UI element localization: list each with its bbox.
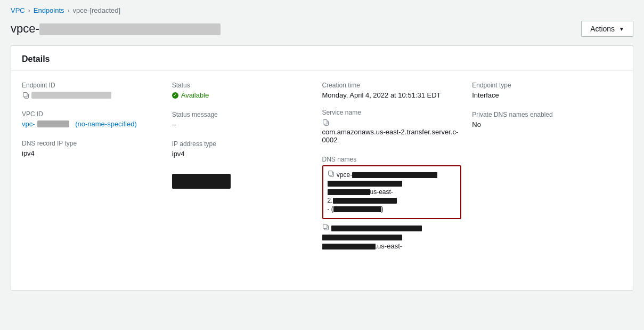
status-text: Available — [181, 91, 209, 99]
ip-address-value: ipv4 — [172, 150, 312, 158]
detail-col-4: Endpoint type Interface Private DNS name… — [472, 82, 622, 262]
actions-label: Actions — [590, 25, 615, 33]
dns1-redacted-5 — [333, 206, 381, 212]
service-name-text: com.amazonaws.us-east-2.transfer.server.… — [322, 128, 462, 144]
endpoint-type-value: Interface — [472, 91, 612, 99]
service-name-value: com.amazonaws.us-east-2.transfer.server.… — [322, 118, 462, 144]
endpoint-type-label: Endpoint type — [472, 82, 612, 89]
details-header: Details — [11, 46, 633, 71]
private-dns-field: Private DNS names enabled No — [472, 111, 612, 128]
ip-address-label: IP address type — [172, 140, 312, 148]
svg-rect-7 — [323, 224, 327, 229]
status-label: Status — [172, 82, 312, 89]
status-field: Status Available — [172, 82, 312, 99]
breadcrumb-endpoints[interactable]: Endpoints — [34, 6, 64, 14]
svg-rect-3 — [323, 119, 327, 124]
detail-col-1: Endpoint ID VPC ID vpc- (no-name-specifi — [22, 82, 172, 262]
endpoint-type-field: Endpoint type Interface — [472, 82, 612, 99]
breadcrumb-vpc[interactable]: VPC — [11, 6, 25, 14]
dns1-redacted-4 — [333, 198, 397, 204]
vpc-id-redacted — [37, 120, 69, 127]
dns-names-box: vpce- us-east- 2. - () — [322, 165, 462, 219]
endpoint-id-field: Endpoint ID — [22, 82, 161, 99]
detail-col-2: Status Available Status message – IP add… — [172, 82, 322, 262]
breadcrumb-sep-2: › — [68, 7, 70, 14]
dns-names-field: DNS names vpce- us-east- 2. — [322, 156, 462, 250]
service-name-field: Service name com.amazonaws.us-east-2.tra… — [322, 109, 462, 144]
dns1-redacted-2 — [328, 181, 402, 187]
page-header: vpce- Actions ▼ — [0, 19, 644, 45]
vpc-id-field: VPC ID vpc- (no-name-specified) — [22, 110, 161, 128]
private-dns-value: No — [472, 120, 612, 128]
creation-time-field: Creation time Monday, April 4, 2022 at 1… — [322, 82, 462, 99]
dns2-redacted-2 — [322, 235, 402, 240]
page-title-redacted — [39, 23, 221, 35]
actions-button[interactable]: Actions ▼ — [581, 21, 633, 37]
dns2-redacted-3 — [322, 244, 376, 249]
breadcrumb: VPC › Endpoints › vpce-[redacted] — [0, 0, 644, 19]
copy-icon-dns1[interactable] — [328, 170, 335, 177]
private-dns-label: Private DNS names enabled — [472, 111, 612, 118]
vpc-id-suffix: (no-name-specified) — [75, 120, 137, 128]
breadcrumb-current: vpce-[redacted] — [73, 6, 121, 14]
details-grid: Endpoint ID VPC ID vpc- (no-name-specifi — [11, 71, 633, 262]
page-title: vpce- — [11, 22, 221, 36]
endpoint-id-value — [22, 91, 161, 99]
dns-record-value: ipv4 — [22, 149, 161, 157]
status-available: Available — [172, 91, 209, 99]
ip-address-field: IP address type ipv4 — [172, 140, 312, 158]
dns-names-label: DNS names — [322, 156, 462, 163]
detail-col-3: Creation time Monday, April 4, 2022 at 1… — [322, 82, 472, 262]
section-title: Details — [22, 54, 50, 63]
dns-record-field: DNS record IP type ipv4 — [22, 140, 161, 157]
breadcrumb-sep-1: › — [28, 7, 30, 14]
status-message-field: Status message – — [172, 111, 312, 128]
creation-time-label: Creation time — [322, 82, 462, 89]
endpoint-id-label: Endpoint ID — [22, 82, 161, 89]
copy-icon-service[interactable] — [322, 118, 330, 126]
redacted-button-area — [172, 174, 312, 189]
service-name-label: Service name — [322, 109, 462, 116]
redacted-button — [172, 174, 231, 189]
dns2-redacted-1 — [331, 226, 422, 231]
vpc-id-value[interactable]: vpc- (no-name-specified) — [22, 120, 161, 128]
status-message-label: Status message — [172, 111, 312, 118]
dns-record-label: DNS record IP type — [22, 140, 161, 147]
chevron-down-icon: ▼ — [619, 26, 624, 32]
dns-entry-1: vpce- us-east- 2. - () — [328, 170, 456, 213]
creation-time-value: Monday, April 4, 2022 at 10:51:31 EDT — [322, 91, 462, 99]
copy-icon-endpoint[interactable] — [22, 91, 29, 99]
vpc-id-label: VPC ID — [22, 110, 161, 118]
dns-entry-2: .us-east- — [322, 223, 462, 251]
status-dot-icon — [172, 92, 178, 99]
copy-icon-dns2[interactable] — [322, 223, 330, 231]
dns1-redacted-3 — [328, 189, 370, 195]
status-message-value: – — [172, 120, 312, 128]
svg-rect-1 — [23, 92, 27, 96]
svg-rect-5 — [329, 171, 332, 175]
dns1-redacted-1 — [352, 172, 437, 178]
status-value: Available — [172, 91, 312, 99]
content-area: Details Endpoint ID VPC ID — [11, 45, 633, 291]
endpoint-id-redacted — [31, 92, 111, 99]
